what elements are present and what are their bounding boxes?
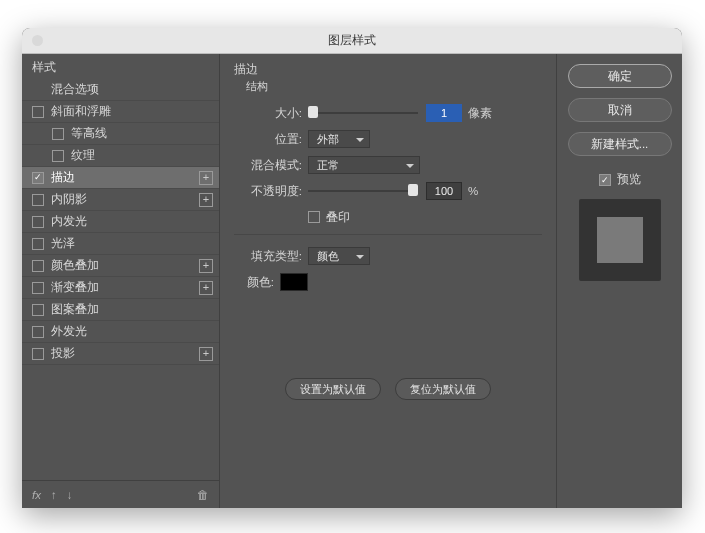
effect-checkbox[interactable] [32, 106, 44, 118]
plus-icon[interactable]: + [199, 171, 213, 185]
action-panel: 确定 取消 新建样式... 预览 [556, 54, 682, 508]
preview-thumbnail [579, 199, 661, 281]
effect-checkbox[interactable] [32, 238, 44, 250]
set-default-button[interactable]: 设置为默认值 [285, 378, 381, 400]
styles-sidebar: 样式 混合选项 斜面和浮雕等高线纹理描边+内阴影+内发光光泽颜色叠加+渐变叠加+… [22, 54, 220, 508]
titlebar: 图层样式 [22, 28, 682, 54]
sidebar-item[interactable]: 投影+ [22, 343, 219, 365]
new-style-button[interactable]: 新建样式... [568, 132, 672, 156]
sidebar-header: 样式 [22, 54, 219, 79]
window-controls [32, 35, 43, 46]
opacity-label: 不透明度: [234, 184, 302, 199]
sidebar-item-label: 外发光 [51, 324, 213, 339]
settings-panel: 描边 结构 大小: 像素 位置: 外部 混合模式: 正常 不透明度: [220, 54, 556, 508]
size-unit: 像素 [468, 106, 492, 121]
filltype-label: 填充类型: [234, 249, 302, 264]
blendmode-label: 混合模式: [234, 158, 302, 173]
color-label: 颜色: [234, 275, 274, 290]
effect-checkbox[interactable] [52, 150, 64, 162]
plus-icon[interactable]: + [199, 193, 213, 207]
effect-checkbox[interactable] [32, 326, 44, 338]
plus-icon[interactable]: + [199, 259, 213, 273]
effect-checkbox[interactable] [32, 172, 44, 184]
sidebar-item[interactable]: 等高线 [22, 123, 219, 145]
ok-button[interactable]: 确定 [568, 64, 672, 88]
sidebar-item-label: 图案叠加 [51, 302, 213, 317]
sidebar-item[interactable]: 描边+ [22, 167, 219, 189]
sidebar-item[interactable]: 渐变叠加+ [22, 277, 219, 299]
sidebar-item-label: 光泽 [51, 236, 213, 251]
divider [234, 234, 542, 235]
effect-checkbox[interactable] [32, 282, 44, 294]
blendmode-select[interactable]: 正常 [308, 156, 420, 174]
sidebar-item-label: 等高线 [71, 126, 213, 141]
fx-icon[interactable]: fx [32, 489, 41, 501]
sidebar-item-label: 混合选项 [51, 82, 213, 97]
sidebar-item-label: 斜面和浮雕 [51, 104, 213, 119]
plus-icon[interactable]: + [199, 347, 213, 361]
panel-title: 描边 [234, 62, 542, 77]
cancel-button[interactable]: 取消 [568, 98, 672, 122]
layer-style-dialog: 图层样式 样式 混合选项 斜面和浮雕等高线纹理描边+内阴影+内发光光泽颜色叠加+… [22, 28, 682, 508]
sidebar-item-blend-options[interactable]: 混合选项 [22, 79, 219, 101]
window-title: 图层样式 [328, 32, 376, 49]
filltype-row: 填充类型: 颜色 [234, 245, 542, 267]
sidebar-list: 斜面和浮雕等高线纹理描边+内阴影+内发光光泽颜色叠加+渐变叠加+图案叠加外发光投… [22, 101, 219, 480]
preview-row: 预览 [599, 172, 641, 187]
size-slider[interactable] [308, 110, 418, 116]
default-buttons: 设置为默认值 复位为默认值 [220, 378, 556, 400]
size-row: 大小: 像素 [234, 102, 542, 124]
effect-checkbox[interactable] [32, 304, 44, 316]
sidebar-item[interactable]: 内发光 [22, 211, 219, 233]
effect-checkbox[interactable] [52, 128, 64, 140]
effect-checkbox[interactable] [32, 348, 44, 360]
overprint-label: 叠印 [326, 210, 350, 225]
filltype-select[interactable]: 颜色 [308, 247, 370, 265]
plus-icon[interactable]: + [199, 281, 213, 295]
sidebar-item-label: 描边 [51, 170, 199, 185]
effect-checkbox[interactable] [32, 194, 44, 206]
sidebar-item-label: 纹理 [71, 148, 213, 163]
sidebar-item[interactable]: 光泽 [22, 233, 219, 255]
sidebar-item[interactable]: 颜色叠加+ [22, 255, 219, 277]
opacity-row: 不透明度: % [234, 180, 542, 202]
opacity-unit: % [468, 185, 478, 197]
sidebar-item[interactable]: 斜面和浮雕 [22, 101, 219, 123]
sidebar-item-label: 颜色叠加 [51, 258, 199, 273]
sidebar-item[interactable]: 纹理 [22, 145, 219, 167]
blendmode-row: 混合模式: 正常 [234, 154, 542, 176]
overprint-row: 叠印 [234, 206, 542, 228]
effect-checkbox[interactable] [32, 260, 44, 272]
sidebar-item[interactable]: 内阴影+ [22, 189, 219, 211]
effect-checkbox[interactable] [32, 216, 44, 228]
close-icon[interactable] [32, 35, 43, 46]
sidebar-footer: fx ↑ ↓ 🗑 [22, 480, 219, 508]
opacity-input[interactable] [426, 182, 462, 200]
preview-checkbox[interactable] [599, 174, 611, 186]
sidebar-item-label: 渐变叠加 [51, 280, 199, 295]
color-swatch[interactable] [280, 273, 308, 291]
position-select[interactable]: 外部 [308, 130, 370, 148]
sidebar-item-label: 内发光 [51, 214, 213, 229]
color-row: 颜色: [234, 271, 542, 293]
sidebar-item-label: 内阴影 [51, 192, 199, 207]
preview-label: 预览 [617, 172, 641, 187]
size-label: 大小: [234, 106, 302, 121]
position-label: 位置: [234, 132, 302, 147]
sidebar-item-label: 投影 [51, 346, 199, 361]
arrow-down-icon[interactable]: ↓ [67, 489, 73, 501]
size-input[interactable] [426, 104, 462, 122]
dialog-body: 样式 混合选项 斜面和浮雕等高线纹理描边+内阴影+内发光光泽颜色叠加+渐变叠加+… [22, 54, 682, 508]
reset-default-button[interactable]: 复位为默认值 [395, 378, 491, 400]
sidebar-item[interactable]: 图案叠加 [22, 299, 219, 321]
sidebar-item[interactable]: 外发光 [22, 321, 219, 343]
preview-swatch [597, 217, 643, 263]
structure-label: 结构 [246, 79, 542, 94]
position-row: 位置: 外部 [234, 128, 542, 150]
overprint-checkbox[interactable] [308, 211, 320, 223]
arrow-up-icon[interactable]: ↑ [51, 489, 57, 501]
opacity-slider[interactable] [308, 188, 418, 194]
trash-icon[interactable]: 🗑 [197, 489, 209, 501]
